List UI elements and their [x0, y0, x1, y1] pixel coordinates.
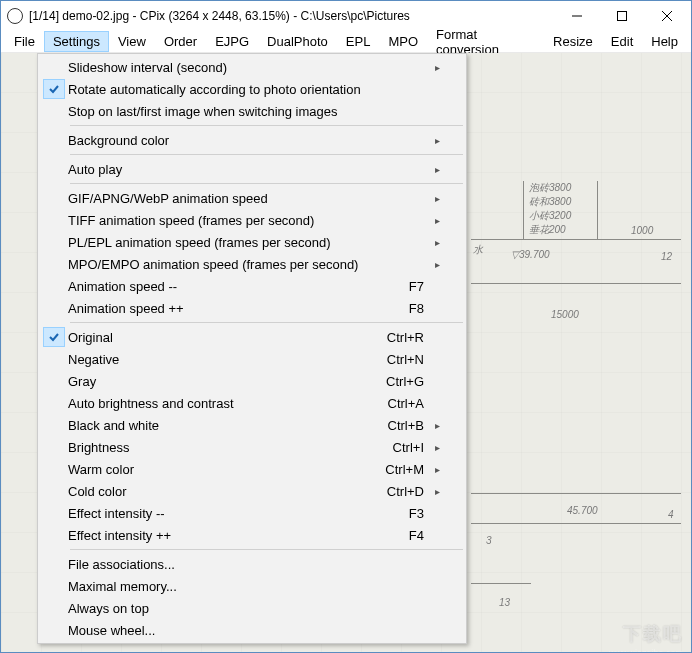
menu-item-warm-color[interactable]: Warm colorCtrl+M▸ [40, 458, 464, 480]
menu-item-accelerator: Ctrl+N [387, 352, 430, 367]
menu-item-label: Mouse wheel... [68, 623, 424, 638]
menu-item-accelerator: Ctrl+M [385, 462, 430, 477]
menu-item-label: Background color [68, 133, 424, 148]
menu-item-always-on-top[interactable]: Always on top [40, 597, 464, 619]
menu-ejpg[interactable]: EJPG [206, 31, 258, 52]
menu-item-negative[interactable]: NegativeCtrl+N [40, 348, 464, 370]
submenu-arrow-icon: ▸ [430, 442, 444, 453]
menu-item-gif-apng-webp-animation-speed[interactable]: GIF/APNG/WebP animation speed▸ [40, 187, 464, 209]
settings-menu: Slideshow interval (second)▸Rotate autom… [37, 53, 467, 644]
blueprint-annotation: 15000 [551, 309, 579, 320]
content-area: 泡砖3800砖和3800小砖3200垂花2001000▽39.700121500… [1, 53, 691, 652]
menu-item-pl-epl-animation-speed-frames-per-second[interactable]: PL/EPL animation speed (frames per secon… [40, 231, 464, 253]
blueprint-annotation: 13 [499, 597, 510, 608]
check-icon [43, 327, 65, 347]
menu-item-animation-speed[interactable]: Animation speed --F7 [40, 275, 464, 297]
blueprint-annotation: 3 [486, 535, 492, 546]
menu-item-label: Auto brightness and contrast [68, 396, 388, 411]
menu-item-brightness[interactable]: BrightnessCtrl+I▸ [40, 436, 464, 458]
menu-item-accelerator: Ctrl+G [386, 374, 430, 389]
menu-help[interactable]: Help [642, 31, 687, 52]
menu-item-label: File associations... [68, 557, 424, 572]
watermark-url: www.xiazaiba.com [609, 648, 683, 652]
blueprint-annotation: ▽39.700 [511, 249, 550, 260]
menu-item-maximal-memory[interactable]: Maximal memory... [40, 575, 464, 597]
menu-item-accelerator: F4 [409, 528, 430, 543]
menu-view[interactable]: View [109, 31, 155, 52]
menu-item-label: Effect intensity ++ [68, 528, 409, 543]
menu-item-cold-color[interactable]: Cold colorCtrl+D▸ [40, 480, 464, 502]
submenu-arrow-icon: ▸ [430, 164, 444, 175]
menubar: FileSettingsViewOrderEJPGDualPhotoEPLMPO… [1, 31, 691, 53]
blueprint-annotation: 1000 [631, 225, 653, 236]
menu-order[interactable]: Order [155, 31, 206, 52]
menu-file[interactable]: File [5, 31, 44, 52]
menu-separator [70, 183, 463, 184]
menu-epl[interactable]: EPL [337, 31, 380, 52]
svg-rect-1 [617, 12, 626, 21]
close-button[interactable] [644, 1, 689, 31]
menu-item-accelerator: F3 [409, 506, 430, 521]
menu-item-effect-intensity[interactable]: Effect intensity ++F4 [40, 524, 464, 546]
menu-item-mpo-empo-animation-speed-frames-per-second[interactable]: MPO/EMPO animation speed (frames per sec… [40, 253, 464, 275]
menu-settings[interactable]: Settings [44, 31, 109, 52]
app-icon [7, 8, 23, 24]
menu-item-background-color[interactable]: Background color▸ [40, 129, 464, 151]
menu-item-accelerator: Ctrl+B [388, 418, 430, 433]
menu-item-slideshow-interval-second[interactable]: Slideshow interval (second)▸ [40, 56, 464, 78]
menu-item-original[interactable]: OriginalCtrl+R [40, 326, 464, 348]
menu-separator [70, 154, 463, 155]
menu-item-effect-intensity[interactable]: Effect intensity --F3 [40, 502, 464, 524]
menu-item-accelerator: Ctrl+A [388, 396, 430, 411]
menu-item-label: Auto play [68, 162, 424, 177]
menu-separator [70, 322, 463, 323]
menu-item-label: TIFF animation speed (frames per second) [68, 213, 424, 228]
menu-item-label: PL/EPL animation speed (frames per secon… [68, 235, 424, 250]
menu-item-auto-brightness-and-contrast[interactable]: Auto brightness and contrastCtrl+A [40, 392, 464, 414]
menu-mpo[interactable]: MPO [379, 31, 427, 52]
menu-item-label: Effect intensity -- [68, 506, 409, 521]
app-window: [1/14] demo-02.jpg - CPix (3264 x 2448, … [0, 0, 692, 653]
menu-edit[interactable]: Edit [602, 31, 642, 52]
menu-dualphoto[interactable]: DualPhoto [258, 31, 337, 52]
menu-item-label: Always on top [68, 601, 424, 616]
menu-item-label: Rotate automatically according to photo … [68, 82, 424, 97]
menu-format-conversion[interactable]: Format conversion [427, 31, 544, 52]
menu-item-animation-speed[interactable]: Animation speed ++F8 [40, 297, 464, 319]
menu-item-accelerator: F7 [409, 279, 430, 294]
titlebar[interactable]: [1/14] demo-02.jpg - CPix (3264 x 2448, … [1, 1, 691, 31]
menu-item-label: Warm color [68, 462, 385, 477]
menu-item-label: Animation speed -- [68, 279, 409, 294]
menu-item-label: Animation speed ++ [68, 301, 409, 316]
blueprint-annotation: 小砖3200 [529, 209, 571, 223]
minimize-button[interactable] [554, 1, 599, 31]
blueprint-annotation: 垂花200 [529, 223, 566, 237]
menu-item-gray[interactable]: GrayCtrl+G [40, 370, 464, 392]
submenu-arrow-icon: ▸ [430, 237, 444, 248]
blueprint-annotation: 水 [473, 243, 483, 257]
check-icon [43, 79, 65, 99]
submenu-arrow-icon: ▸ [430, 464, 444, 475]
menu-item-label: MPO/EMPO animation speed (frames per sec… [68, 257, 424, 272]
blueprint-annotation: 45.700 [567, 505, 598, 516]
menu-item-accelerator: Ctrl+D [387, 484, 430, 499]
maximize-button[interactable] [599, 1, 644, 31]
blueprint-annotation: 12 [661, 251, 672, 262]
menu-item-file-associations[interactable]: File associations... [40, 553, 464, 575]
blueprint-annotation: 4 [668, 509, 674, 520]
menu-item-rotate-automatically-according-to-photo-orientation[interactable]: Rotate automatically according to photo … [40, 78, 464, 100]
menu-item-auto-play[interactable]: Auto play▸ [40, 158, 464, 180]
menu-item-label: Original [68, 330, 387, 345]
menu-item-label: Black and white [68, 418, 388, 433]
menu-item-stop-on-last-first-image-when-switching-images[interactable]: Stop on last/first image when switching … [40, 100, 464, 122]
watermark: 下载吧 [623, 622, 683, 646]
submenu-arrow-icon: ▸ [430, 420, 444, 431]
menu-item-mouse-wheel[interactable]: Mouse wheel... [40, 619, 464, 641]
blueprint-annotation: 砖和3800 [529, 195, 571, 209]
menu-resize[interactable]: Resize [544, 31, 602, 52]
submenu-arrow-icon: ▸ [430, 62, 444, 73]
menu-item-tiff-animation-speed-frames-per-second[interactable]: TIFF animation speed (frames per second)… [40, 209, 464, 231]
menu-item-black-and-white[interactable]: Black and whiteCtrl+B▸ [40, 414, 464, 436]
menu-item-label: Maximal memory... [68, 579, 424, 594]
menu-item-label: Stop on last/first image when switching … [68, 104, 424, 119]
